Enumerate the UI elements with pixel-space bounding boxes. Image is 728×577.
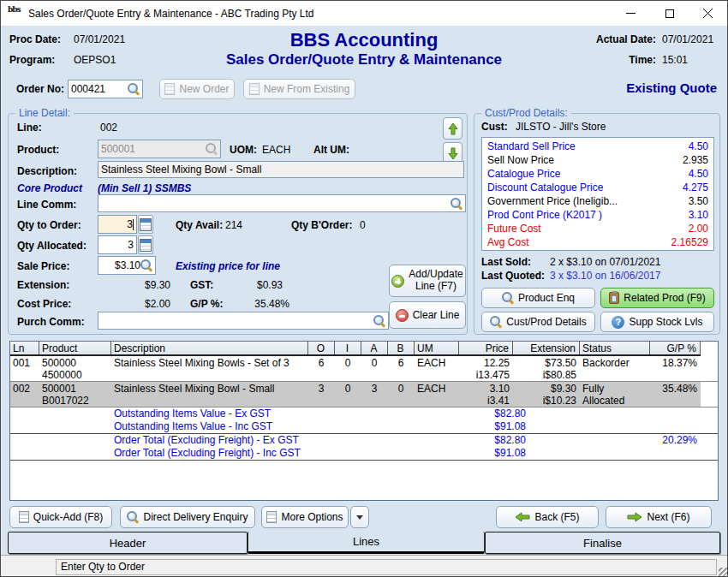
next-button[interactable]: Next (F6) — [606, 506, 712, 528]
table-row[interactable]: 0015000004500000Stainless Steel Mixing B… — [10, 356, 701, 381]
line-comm-label: Line Comm: — [17, 199, 76, 211]
price-list-row[interactable]: Future Cost2.00 — [482, 222, 713, 235]
qty-avail-value: 214 — [225, 219, 242, 231]
order-search-icon[interactable] — [128, 83, 140, 95]
sale-price-search-icon[interactable] — [140, 259, 152, 271]
new-order-button[interactable]: New Order — [159, 79, 235, 99]
description-input[interactable]: Stainless Steel Mixing Bowl - Small — [98, 161, 464, 178]
cust-prod-details-button[interactable]: Cust/Prod Details — [481, 312, 595, 332]
cell-status: FullyAllocated — [580, 382, 650, 407]
table-row[interactable]: 002500001B0017022Stainless Steel Mixing … — [10, 382, 701, 407]
qty-to-order-calc-button[interactable] — [138, 215, 153, 234]
lines-table-body: 0015000004500000Stainless Steel Mixing B… — [10, 356, 718, 461]
maximize-button[interactable] — [650, 1, 689, 26]
supp-stock-label: Supp Stock Lvls — [629, 316, 702, 328]
price-value: 3.10 — [689, 208, 708, 222]
line-comm-search-icon[interactable] — [451, 198, 462, 210]
column-header: I — [335, 342, 361, 354]
tab-header[interactable]: Header — [8, 532, 248, 554]
related-prod-button[interactable]: Related Prod (F9) — [600, 288, 714, 308]
qty-allocated-label: Qty Allocated: — [17, 240, 87, 252]
tab-finalise[interactable]: Finalise — [485, 532, 720, 554]
cell-o: 6 — [308, 356, 335, 381]
line-label: Line: — [17, 122, 42, 134]
order-no-input[interactable]: 000421 — [68, 80, 143, 98]
price-list-row[interactable]: Discount Catalogue Price4.275 — [482, 181, 713, 194]
cell-i: 0 — [335, 356, 361, 381]
cell-line: i3.41 — [462, 395, 510, 407]
price-list-row[interactable]: Sell Now Price2.935 — [482, 153, 713, 167]
product-input[interactable]: 500001 — [98, 140, 221, 158]
price-value: 4.50 — [689, 167, 708, 181]
quick-add-button[interactable]: Quick-Add (F8) — [9, 506, 112, 528]
quick-add-label: Quick-Add (F8) — [33, 511, 103, 523]
price-label: Standard Sell Price — [487, 140, 689, 153]
price-label: Future Cost — [487, 222, 689, 235]
sale-price-input[interactable]: $3.10 — [98, 256, 156, 275]
order-no-value: 000421 — [71, 83, 128, 95]
price-value: 2.935 — [683, 153, 708, 167]
new-from-existing-label: New From Existing — [264, 83, 350, 95]
purch-comm-search-icon[interactable] — [373, 315, 385, 327]
actual-date-value: 07/01/2021 — [662, 33, 713, 45]
min-sell-note: (Min Sell 1) SSMBS — [98, 182, 191, 194]
price-label: Sell Now Price — [487, 153, 683, 167]
last-sold-label: Last Sold: — [481, 256, 531, 268]
summary-gp: 20.29% — [582, 434, 697, 447]
product-enq-button[interactable]: Product Enq — [481, 288, 595, 308]
minimize-button[interactable] — [612, 1, 650, 26]
qty-to-order-value: 3 — [101, 218, 133, 230]
cust-prod-caption: Cust/Prod Details: — [481, 107, 571, 119]
price-label: Government Price (Ineligib... — [487, 194, 689, 208]
price-list-row[interactable]: Avg Cost2.16529 — [482, 235, 713, 249]
purch-comm-label: Purch Comm: — [17, 316, 85, 328]
gst-label: GST: — [190, 279, 213, 291]
line-detail-caption: Line Detail: — [15, 107, 74, 119]
uom-value: EACH — [262, 144, 290, 156]
qty-allocated-input[interactable]: 3 — [98, 235, 137, 254]
column-header: Status — [580, 342, 650, 354]
qty-allocated-value: 3 — [101, 239, 134, 251]
more-options-dropdown-button[interactable] — [350, 506, 369, 528]
tab-lines[interactable]: Lines — [248, 532, 485, 554]
add-update-line-button[interactable]: Add/Update Line (F7) — [389, 265, 466, 297]
purch-comm-input[interactable] — [98, 312, 389, 330]
line-comm-input[interactable] — [98, 194, 466, 212]
new-from-existing-button[interactable]: New From Existing — [243, 79, 355, 99]
summary-label: Order Total (Excluding Freight) - Inc GS… — [114, 447, 301, 460]
price-list-row[interactable]: Prod Cont Price (K2017 )3.10 — [482, 208, 713, 222]
direct-delivery-button[interactable]: Direct Delivery Enquiry — [120, 506, 255, 528]
column-header: Ln — [10, 342, 39, 354]
order-mode-badge: Existing Quote — [626, 80, 717, 95]
column-header: A — [361, 342, 388, 354]
search-icon — [490, 316, 502, 328]
column-header: Extension — [513, 342, 580, 354]
close-button[interactable] — [689, 1, 727, 26]
price-list-row[interactable]: Standard Sell Price4.50 — [482, 140, 713, 153]
cell-extension: $9.30i$10.23 — [513, 382, 580, 407]
cust-prod-details-label: Cust/Prod Details — [506, 316, 586, 328]
back-button[interactable]: Back (F5) — [496, 506, 599, 528]
supp-stock-button[interactable]: ? Supp Stock Lvls — [600, 312, 714, 332]
price-list-row[interactable]: Catalogue Price4.50 — [482, 167, 713, 181]
uom-label: UOM: — [230, 144, 257, 156]
qty-allocated-calc-button[interactable] — [138, 235, 153, 254]
price-label: Catalogue Price — [487, 167, 689, 181]
time-value: 15:01 — [662, 54, 688, 66]
arrow-up-icon — [448, 122, 458, 135]
plus-icon — [391, 275, 404, 288]
price-list-row[interactable]: Government Price (Ineligib...3.50 — [482, 194, 713, 208]
column-header: O — [308, 342, 335, 354]
summary-row: Order Total (Excluding Freight) - Ex GST… — [10, 434, 718, 447]
cell-ln: 001 — [10, 356, 39, 381]
clear-line-button[interactable]: Clear Line — [389, 301, 466, 329]
line-up-button[interactable] — [443, 117, 462, 140]
new-order-icon — [164, 83, 175, 95]
qty-to-order-input[interactable]: 3 — [98, 215, 137, 234]
more-options-button[interactable]: More Options — [261, 506, 349, 528]
cell-price: 3.10i3.41 — [459, 382, 513, 407]
resize-grip[interactable] — [719, 568, 727, 576]
cost-price-value: $2.00 — [98, 298, 170, 310]
search-icon — [127, 511, 139, 523]
form-icon — [19, 511, 29, 523]
